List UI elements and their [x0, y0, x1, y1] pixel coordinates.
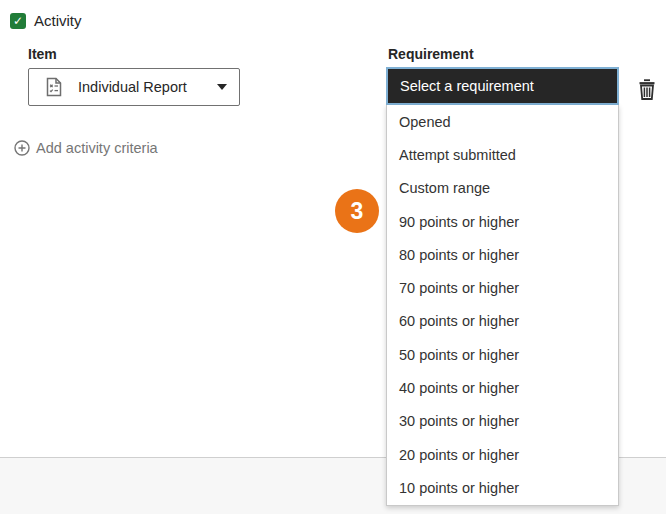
requirement-label: Requirement	[388, 46, 474, 62]
requirement-options-list: OpenedAttempt submittedCustom range90 po…	[386, 105, 619, 506]
requirement-combobox: Select a requirement OpenedAttempt submi…	[386, 67, 619, 506]
add-activity-criteria-label: Add activity criteria	[36, 140, 158, 156]
requirement-option[interactable]: Attempt submitted	[387, 138, 618, 171]
step-badge: 3	[335, 189, 379, 233]
trash-icon	[635, 77, 659, 103]
activity-header: ✓ Activity	[10, 12, 82, 29]
requirement-option[interactable]: 40 points or higher	[387, 371, 618, 404]
report-document-icon	[44, 76, 64, 98]
requirement-selected-option[interactable]: Select a requirement	[386, 67, 619, 105]
item-label: Item	[28, 46, 57, 62]
item-select[interactable]: Individual Report	[28, 68, 240, 106]
item-selected-value: Individual Report	[78, 79, 187, 95]
plus-circle-icon	[14, 140, 30, 156]
activity-checkbox[interactable]: ✓	[10, 13, 26, 29]
chevron-down-icon	[217, 84, 227, 90]
requirement-option[interactable]: 50 points or higher	[387, 338, 618, 371]
requirement-option[interactable]: Custom range	[387, 172, 618, 205]
requirement-option[interactable]: 70 points or higher	[387, 271, 618, 304]
requirement-option[interactable]: 10 points or higher	[387, 471, 618, 504]
requirement-option[interactable]: 60 points or higher	[387, 305, 618, 338]
requirement-option[interactable]: 80 points or higher	[387, 238, 618, 271]
activity-label: Activity	[34, 12, 82, 29]
requirement-option[interactable]: Opened	[387, 105, 618, 138]
add-activity-criteria-button[interactable]: Add activity criteria	[14, 140, 158, 156]
delete-criteria-button[interactable]	[634, 76, 660, 104]
checkmark-icon: ✓	[13, 15, 23, 27]
requirement-option[interactable]: 20 points or higher	[387, 438, 618, 471]
requirement-option[interactable]: 30 points or higher	[387, 405, 618, 438]
requirement-option[interactable]: 90 points or higher	[387, 205, 618, 238]
